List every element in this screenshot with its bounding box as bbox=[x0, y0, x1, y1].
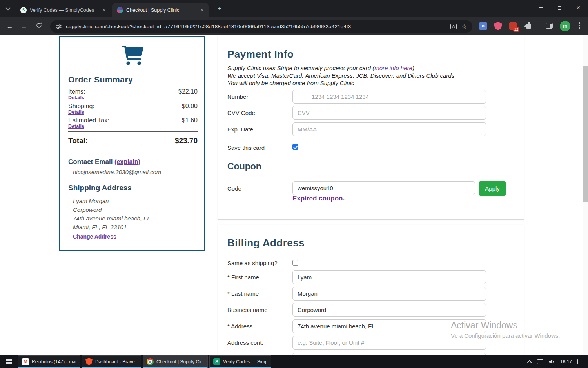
volume-icon[interactable] bbox=[549, 359, 555, 364]
shipping-address-line: Lyam Morgan bbox=[73, 198, 109, 204]
chrome-icon bbox=[147, 358, 154, 365]
screen: S Verify Codes — SimplyCodes Checkout | … bbox=[0, 0, 588, 368]
change-address-link[interactable]: Change Address bbox=[73, 233, 116, 240]
translate-extension-icon[interactable] bbox=[479, 22, 487, 30]
tab-checkout-supply-clinic[interactable]: Checkout | Supply Clinic bbox=[112, 3, 209, 17]
taskbar-item-simplycodes[interactable]: Verify Codes — Simpl... bbox=[209, 355, 271, 368]
checkout-page: Order Summary Items: $22.10 Details Ship… bbox=[0, 35, 588, 355]
watermark-line1: Activar Windows bbox=[451, 320, 560, 331]
brave-icon bbox=[85, 358, 93, 365]
start-button[interactable] bbox=[0, 355, 17, 368]
shipping-address-line: Miami, FL, FL 33101 bbox=[73, 224, 127, 230]
tab-close-icon[interactable] bbox=[198, 7, 205, 14]
shipping-details-link[interactable]: Details bbox=[68, 109, 84, 115]
coupon-code-input[interactable] bbox=[292, 181, 475, 195]
system-tray: 16:17 bbox=[528, 355, 588, 368]
coupon-error-text: Expired coupon. bbox=[292, 195, 345, 202]
tax-value: $1.60 bbox=[182, 117, 198, 124]
shipping-value: $0.00 bbox=[182, 103, 198, 110]
shipping-label: Shipping: bbox=[68, 103, 94, 110]
contact-email-label: Contact Email bbox=[68, 158, 113, 166]
window-close-button[interactable] bbox=[569, 2, 587, 14]
cart-icon bbox=[122, 46, 143, 65]
address-label: * Address bbox=[227, 323, 252, 330]
exp-date-input[interactable] bbox=[292, 122, 486, 136]
address-cont-label: Address cont. bbox=[227, 339, 263, 346]
tab-close-icon[interactable] bbox=[100, 7, 107, 14]
charge-once-note: You will only be charged once from Suppl… bbox=[227, 80, 354, 86]
tab-verify-codes[interactable]: S Verify Codes — SimplyCodes bbox=[16, 3, 111, 17]
simplycodes-icon bbox=[213, 358, 220, 365]
windows-activation-watermark: Activar Windows Ve a Configuración para … bbox=[451, 320, 560, 339]
same-as-shipping-label: Same as shipping? bbox=[227, 260, 278, 266]
side-panel-icon[interactable] bbox=[546, 23, 553, 29]
page-scrollbar-track bbox=[583, 35, 588, 355]
order-summary-panel: Order Summary Items: $22.10 Details Ship… bbox=[59, 36, 205, 251]
back-button[interactable] bbox=[5, 22, 15, 32]
extensions-puzzle-icon[interactable] bbox=[524, 22, 533, 30]
first-name-input[interactable] bbox=[292, 270, 486, 284]
taskbar-clock[interactable]: 16:17 bbox=[560, 359, 572, 364]
tax-label: Estimated Tax: bbox=[68, 117, 109, 124]
browser-toolbar: supplyclinic.com/checkout/?checkout_id=a… bbox=[0, 17, 588, 35]
order-summary-title: Order Summary bbox=[68, 75, 133, 84]
browser-menu-icon[interactable] bbox=[579, 22, 580, 30]
payment-info-section: Payment Info Supply Clinic uses Stripe t… bbox=[218, 35, 524, 220]
save-card-label: Save this card bbox=[227, 144, 265, 151]
total-value: $23.70 bbox=[175, 137, 198, 145]
business-name-label: Business name bbox=[227, 306, 268, 313]
exp-date-label: Exp. Date bbox=[227, 126, 253, 133]
tab-title: Checkout | Supply Clinic bbox=[126, 7, 195, 13]
window-minimize-button[interactable] bbox=[532, 2, 550, 14]
page-scrollbar-thumb[interactable] bbox=[583, 66, 588, 202]
supply-clinic-favicon-icon bbox=[117, 7, 123, 13]
items-label: Items: bbox=[68, 88, 85, 95]
save-card-checkbox[interactable] bbox=[292, 144, 298, 150]
last-name-input[interactable] bbox=[292, 287, 486, 301]
hidden-icons-chevron-icon[interactable] bbox=[527, 360, 532, 364]
taskbar-item-gmail[interactable]: Recibidos (147) - mag... bbox=[18, 355, 80, 368]
same-as-shipping-checkbox[interactable] bbox=[292, 260, 298, 266]
adblock-extension-icon[interactable]: 12 bbox=[509, 22, 517, 30]
new-tab-button[interactable] bbox=[215, 4, 224, 14]
shipping-address-line: 74th avenue miami beach, FL bbox=[73, 215, 151, 222]
stripe-note-post: ) bbox=[412, 65, 414, 71]
taskbar-item-brave[interactable]: Dashboard - Brave bbox=[82, 355, 141, 368]
site-info-icon[interactable] bbox=[56, 24, 62, 30]
network-icon[interactable] bbox=[537, 359, 543, 364]
action-center-icon[interactable] bbox=[577, 359, 583, 364]
apply-coupon-button[interactable]: Apply bbox=[479, 181, 506, 196]
forward-button[interactable] bbox=[19, 22, 29, 32]
accepted-cards-note: We accept Visa, MasterCard, American Exp… bbox=[227, 72, 454, 79]
tab-search-chevron-icon[interactable] bbox=[6, 6, 10, 10]
taskbar-item-label: Dashboard - Brave bbox=[95, 359, 135, 364]
reload-button[interactable] bbox=[34, 22, 44, 32]
more-info-link[interactable]: more info here bbox=[374, 65, 412, 71]
taskbar-item-chrome-checkout[interactable]: Checkout | Supply Cli... bbox=[143, 355, 208, 368]
items-details-link[interactable]: Details bbox=[68, 95, 84, 100]
window-restore-button[interactable] bbox=[550, 2, 568, 14]
stripe-note-pre: Supply Clinic uses Stripe to securely pr… bbox=[227, 65, 374, 71]
items-value: $22.10 bbox=[178, 88, 198, 95]
card-number-label: Number bbox=[227, 93, 248, 100]
explain-link[interactable]: (explain) bbox=[114, 158, 140, 165]
contact-email-value: nicojosemedina.3030@gmail.com bbox=[73, 169, 161, 175]
bookmark-star-icon[interactable] bbox=[461, 23, 467, 30]
profile-avatar[interactable]: m bbox=[560, 21, 570, 31]
url-text[interactable]: supplyclinic.com/checkout/?checkout_id=a… bbox=[66, 24, 446, 29]
cvv-input[interactable] bbox=[292, 106, 486, 120]
address-bar[interactable]: supplyclinic.com/checkout/?checkout_id=a… bbox=[50, 20, 472, 33]
card-number-input[interactable] bbox=[292, 90, 486, 104]
simplycodes-favicon-icon: S bbox=[20, 7, 27, 13]
payment-info-title: Payment Info bbox=[227, 48, 294, 60]
browser-tabstrip: S Verify Codes — SimplyCodes Checkout | … bbox=[0, 0, 588, 17]
translate-icon[interactable] bbox=[450, 24, 456, 29]
taskbar-item-label: Checkout | Supply Cli... bbox=[156, 359, 204, 364]
first-name-label: * First name bbox=[227, 274, 259, 281]
windows-taskbar: Recibidos (147) - mag... Dashboard - Bra… bbox=[0, 355, 588, 368]
shield-extension-icon[interactable] bbox=[494, 22, 502, 30]
reload-icon bbox=[36, 22, 42, 29]
total-label: Total: bbox=[68, 137, 88, 145]
business-name-input[interactable] bbox=[292, 303, 486, 317]
tax-details-link[interactable]: Details bbox=[68, 124, 84, 129]
